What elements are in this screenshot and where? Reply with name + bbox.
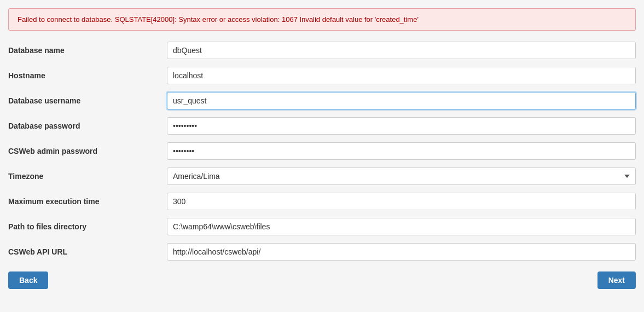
- admin-password-row: CSWeb admin password: [8, 142, 636, 160]
- footer-buttons: Back Next: [8, 271, 636, 289]
- db-username-label: Database username: [8, 96, 167, 105]
- next-button[interactable]: Next: [597, 271, 636, 289]
- files-dir-label: Path to files directory: [8, 222, 167, 231]
- db-username-row: Database username: [8, 92, 636, 109]
- timezone-label: Timezone: [8, 172, 167, 181]
- api-url-row: CSWeb API URL: [8, 243, 636, 261]
- admin-password-label: CSWeb admin password: [8, 147, 167, 155]
- error-message: Failed to connect to database. SQLSTATE[…: [18, 15, 419, 24]
- files-dir-input[interactable]: [167, 218, 636, 235]
- api-url-label: CSWeb API URL: [8, 247, 167, 256]
- max-exec-time-row: Maximum execution time: [8, 193, 636, 210]
- timezone-select[interactable]: America/Lima America/New_York America/Ch…: [167, 167, 636, 185]
- max-exec-time-input[interactable]: [167, 193, 636, 210]
- hostname-row: Hostname: [8, 67, 636, 84]
- error-banner: Failed to connect to database. SQLSTATE[…: [8, 8, 636, 31]
- db-password-input[interactable]: [167, 117, 636, 135]
- db-username-input[interactable]: [167, 92, 636, 109]
- db-name-label: Database name: [8, 46, 167, 55]
- db-name-input[interactable]: [167, 42, 636, 59]
- back-button[interactable]: Back: [8, 271, 48, 289]
- hostname-input[interactable]: [167, 67, 636, 84]
- db-name-row: Database name: [8, 42, 636, 59]
- db-password-label: Database password: [8, 122, 167, 130]
- hostname-label: Hostname: [8, 71, 167, 80]
- admin-password-input[interactable]: [167, 142, 636, 160]
- timezone-row: Timezone America/Lima America/New_York A…: [8, 167, 636, 185]
- max-exec-time-label: Maximum execution time: [8, 197, 167, 206]
- files-dir-row: Path to files directory: [8, 218, 636, 235]
- db-password-row: Database password: [8, 117, 636, 135]
- api-url-input[interactable]: [167, 243, 636, 261]
